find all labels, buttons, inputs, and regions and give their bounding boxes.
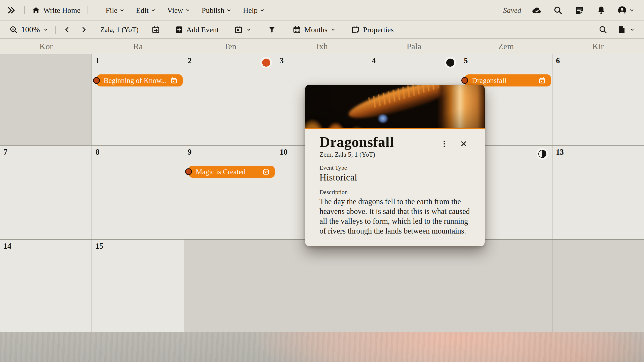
- notes-icon[interactable]: [574, 4, 586, 16]
- day-number: 7: [4, 148, 8, 157]
- event-title: Dragonsfall: [472, 76, 506, 85]
- chevron-down-icon: [43, 27, 49, 32]
- day-cell-6[interactable]: 6: [552, 54, 644, 145]
- weekday-header: Kor Ra Ten Ixh Pala Zem Kir: [0, 39, 644, 54]
- day-number: 13: [556, 148, 564, 157]
- day-number: 4: [372, 56, 376, 65]
- zoom-in-icon: [9, 25, 18, 34]
- notifications-bell-icon[interactable]: [595, 4, 607, 16]
- view-mode-dropdown[interactable]: Months: [292, 25, 336, 34]
- weekday-label: Zem: [460, 39, 552, 54]
- day-cell-empty: [0, 54, 92, 145]
- current-date-label: Zala, 1 (YoT): [100, 26, 139, 34]
- saved-status: Saved: [503, 6, 521, 15]
- event-date: Zem, Zala 5, 1 (YoT): [319, 151, 470, 158]
- weekday-label: Kir: [552, 39, 644, 54]
- write-home-label: Write Home: [43, 6, 80, 15]
- day-number: 2: [188, 56, 192, 65]
- kebab-menu-icon[interactable]: [440, 139, 449, 149]
- calendar-edit-icon: [351, 25, 360, 34]
- cloud-check-icon: [531, 5, 542, 16]
- event-cover-image[interactable]: [305, 85, 485, 129]
- search-icon[interactable]: [552, 4, 564, 16]
- divider: [168, 26, 168, 34]
- chevron-down-icon: [226, 8, 231, 13]
- day-cell-1[interactable]: 1 Beginning of Know...: [92, 54, 184, 145]
- day-cell-14[interactable]: 14: [0, 240, 92, 332]
- previous-month-button[interactable]: [62, 25, 72, 35]
- weekday-label: Ixh: [276, 39, 368, 54]
- chevron-down-icon: [629, 27, 635, 32]
- chevron-down-icon: [119, 8, 125, 13]
- moon-phase-half-icon: [538, 150, 546, 158]
- event-title: Dragonsfall: [319, 134, 394, 150]
- day-cell-2[interactable]: 2: [184, 54, 276, 145]
- day-number: 10: [280, 148, 288, 157]
- write-home-button[interactable]: Write Home: [32, 6, 80, 15]
- moon-phase-black-full-icon: [446, 59, 454, 67]
- weekday-label: Kor: [0, 39, 92, 54]
- event-category-dot: [93, 77, 100, 84]
- moon-phase-orange-full-icon: [262, 59, 270, 67]
- event-pill-magic-is-created[interactable]: Magic is Created: [189, 166, 275, 178]
- event-category-dot: [185, 168, 192, 175]
- weekday-label: Ra: [92, 39, 184, 54]
- event-calendar-icon: [170, 77, 178, 84]
- jump-to-date-icon[interactable]: [150, 24, 161, 35]
- day-cell-empty: [460, 240, 552, 332]
- menu-view[interactable]: View: [167, 6, 190, 15]
- calendar-months-icon: [292, 25, 301, 34]
- next-month-button[interactable]: [79, 25, 89, 35]
- expand-sidebar-icon[interactable]: [6, 5, 17, 16]
- page-menu[interactable]: [617, 25, 635, 34]
- chevron-down-icon: [629, 8, 634, 13]
- day-number: 3: [280, 56, 284, 65]
- add-event-button[interactable]: Add Event: [175, 25, 219, 34]
- weekday-label: Ten: [184, 39, 276, 54]
- zoom-control[interactable]: 100%: [9, 25, 49, 34]
- day-cell-8[interactable]: 8: [92, 146, 184, 239]
- add-icon: [175, 25, 183, 34]
- close-icon[interactable]: [459, 139, 469, 149]
- search-events-icon[interactable]: [597, 24, 609, 35]
- day-number: 9: [188, 148, 192, 157]
- menu-publish[interactable]: Publish: [202, 6, 231, 15]
- event-category-dot: [461, 77, 468, 84]
- day-number: 8: [96, 148, 100, 157]
- chevron-down-icon: [260, 8, 265, 13]
- zoom-level: 100%: [21, 25, 40, 34]
- event-calendar-icon: [538, 77, 546, 84]
- menu-file[interactable]: File: [106, 6, 125, 15]
- divider: [88, 6, 88, 14]
- event-title: Magic is Created: [196, 168, 246, 176]
- day-cell-empty: [368, 240, 460, 332]
- page-icon: [617, 25, 626, 34]
- event-type-value: Historical: [319, 172, 470, 183]
- day-number: 14: [4, 242, 11, 251]
- event-type-label: Event Type: [319, 164, 470, 171]
- filter-icon[interactable]: [267, 24, 277, 35]
- background-mountains-image: [0, 331, 644, 362]
- day-number: 1: [96, 56, 100, 65]
- day-cell-7[interactable]: 7: [0, 146, 92, 239]
- chevron-down-icon: [185, 8, 190, 13]
- view-mode-label: Months: [304, 25, 328, 34]
- chevron-down-icon: [330, 27, 336, 32]
- description-field: Description The day the dragons fell to …: [319, 189, 470, 236]
- menu-help[interactable]: Help: [243, 6, 265, 15]
- day-cell-13[interactable]: 13: [552, 146, 644, 239]
- day-cell-15[interactable]: 15: [92, 240, 184, 332]
- day-number: 5: [464, 56, 468, 65]
- account-menu[interactable]: [617, 5, 634, 16]
- event-detail-popup: Dragonsfall Zem, Zala 5, 1 (YoT) Event T…: [305, 85, 485, 246]
- event-title: Beginning of Know...: [104, 76, 166, 85]
- properties-button[interactable]: Properties: [351, 25, 394, 34]
- event-pill-beginning-of-knowledge[interactable]: Beginning of Know...: [97, 74, 183, 86]
- calendar-day-icon: [234, 25, 243, 34]
- day-view-selector[interactable]: [234, 25, 252, 34]
- description-label: Description: [319, 189, 470, 196]
- account-icon: [617, 5, 627, 16]
- day-cell-empty: [552, 240, 644, 332]
- menu-edit[interactable]: Edit: [136, 6, 156, 15]
- day-cell-9[interactable]: 9 Magic is Created: [184, 146, 276, 239]
